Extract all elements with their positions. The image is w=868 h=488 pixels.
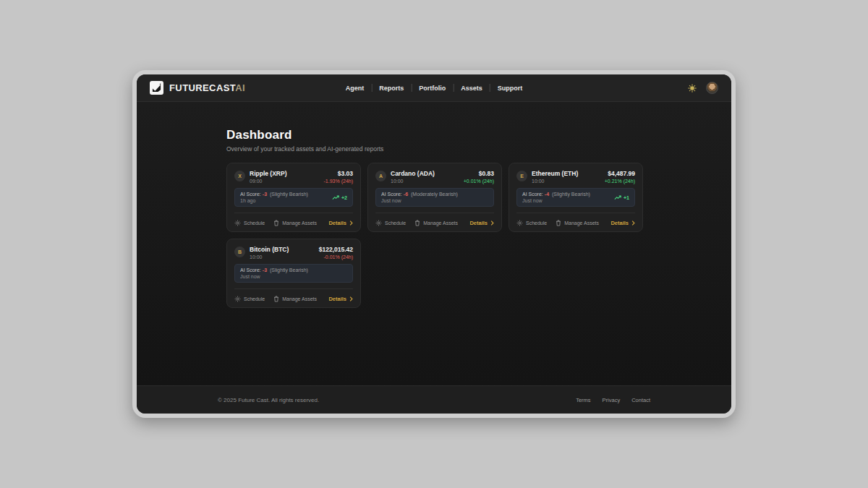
footer-bar: © 2025 Future Cast. All rights reserved.… [137,385,731,414]
card-header: E Ethereum (ETH) 10:00 $4,487.99 +0.21% … [516,170,635,184]
divider [375,213,494,213]
trend-badge: +2 [332,195,347,200]
asset-name: Ethereum (ETH) [532,170,578,177]
details-button[interactable]: Details [469,220,494,226]
asset-change: -1.93% (24h) [324,179,353,184]
ai-score-label: AI Score: [522,192,543,197]
nav-item-assets[interactable]: Assets [454,85,490,92]
gear-icon [234,296,241,302]
asset-name: Cardano (ADA) [391,170,435,177]
ai-sentiment: (Moderately Bearish) [411,192,458,197]
ai-sentiment: (Slightly Bearish) [270,267,308,273]
trending-up-icon [614,195,621,200]
main-nav: Agent Reports Portfolio Assets Support [339,74,530,101]
divider [516,213,635,213]
gear-icon [375,220,382,226]
details-button[interactable]: Details [328,220,353,226]
card-header: X Ripple (XRP) 09:00 $3.03 -1.93% (24h) [234,170,353,184]
nav-item-reports[interactable]: Reports [372,85,411,92]
asset-price: $122,015.42 [319,246,353,253]
ai-updated: Just now [522,198,590,203]
asset-price: $3.03 [324,170,353,177]
manage-assets-button[interactable]: Manage Assets [414,220,458,226]
ai-sentiment: (Slightly Bearish) [270,192,308,197]
divider [234,288,353,289]
brand[interactable]: FUTURECASTAI [150,81,245,95]
card-header: B Bitcoin (BTC) 10:00 $122,015.42 -0.01%… [234,246,353,260]
asset-cards-grid: X Ripple (XRP) 09:00 $3.03 -1.93% (24h) [226,163,642,308]
asset-time: 10:00 [532,179,578,184]
user-avatar[interactable] [706,82,718,94]
chevron-right-icon [349,296,353,301]
main-content: Dashboard Overview of your tracked asset… [137,102,731,385]
trash-icon [556,220,561,226]
asset-price: $0.83 [464,170,494,177]
ai-score-label: AI Score: [240,192,261,197]
ai-score-value: -6 [404,192,408,197]
page-title: Dashboard [226,128,731,142]
gear-icon [234,220,241,226]
asset-time: 10:00 [250,254,289,260]
chevron-right-icon [490,221,494,226]
ai-score-box: AI Score:-6 (Moderately Bearish) Just no… [375,188,494,207]
card-actions: Schedule Manage Assets Details [375,220,494,226]
ai-score-box: AI Score:-3 (Slightly Bearish) 1h ago +2 [234,188,353,207]
schedule-button[interactable]: Schedule [375,220,406,226]
trash-icon [414,220,420,226]
page-subtitle: Overview of your tracked assets and AI-g… [226,145,731,153]
divider [234,213,353,213]
schedule-button[interactable]: Schedule [234,220,265,226]
ai-score-box: AI Score:-3 (Slightly Bearish) Just now [234,264,353,283]
ai-updated: 1h ago [240,198,308,203]
ai-score-value: -3 [263,267,267,273]
footer-link-privacy[interactable]: Privacy [603,397,621,403]
ai-score-label: AI Score: [240,267,261,273]
ai-sentiment: (Slightly Bearish) [552,192,590,197]
ai-updated: Just now [240,274,308,279]
asset-change: +0.01% (24h) [464,179,494,184]
details-button[interactable]: Details [328,296,353,302]
asset-time: 09:00 [250,179,286,184]
copyright-text: © 2025 Future Cast. All rights reserved. [218,397,319,403]
manage-assets-button[interactable]: Manage Assets [273,296,317,302]
footer-links: Terms Privacy Contact [576,397,650,403]
gear-icon [516,220,523,226]
card-header: A Cardano (ADA) 10:00 $0.83 +0.01% (24h) [375,170,494,184]
chevron-right-icon [349,221,353,226]
asset-name: Ripple (XRP) [250,170,286,177]
trash-icon [273,296,279,302]
details-button[interactable]: Details [610,220,635,226]
card-actions: Schedule Manage Assets Details [234,220,353,226]
asset-price: $4,487.99 [605,170,635,177]
brand-logo-icon [150,81,163,95]
trending-up-icon [332,195,339,200]
trend-badge: +1 [614,195,629,200]
footer-link-terms[interactable]: Terms [576,397,590,403]
sun-icon[interactable] [687,83,697,93]
asset-card-cardano: A Cardano (ADA) 10:00 $0.83 +0.01% (24h) [367,163,502,232]
asset-card-bitcoin: B Bitcoin (BTC) 10:00 $122,015.42 -0.01%… [226,239,361,308]
ai-score-value: -3 [263,192,267,197]
schedule-button[interactable]: Schedule [234,296,265,302]
nav-item-portfolio[interactable]: Portfolio [412,85,453,92]
asset-initial-badge: E [516,171,527,181]
ai-score-value: -4 [545,192,549,197]
brand-name: FUTURECASTAI [169,82,245,93]
asset-initial-badge: A [375,171,386,181]
asset-change: +0.21% (24h) [605,179,635,184]
nav-item-agent[interactable]: Agent [339,85,372,92]
trash-icon [273,220,279,226]
app-window: FUTURECASTAI Agent Reports Portfolio Ass… [132,70,736,418]
card-actions: Schedule Manage Assets Details [516,220,635,226]
asset-time: 10:00 [391,179,435,184]
manage-assets-button[interactable]: Manage Assets [273,220,317,226]
schedule-button[interactable]: Schedule [516,220,547,226]
card-actions: Schedule Manage Assets Details [234,296,353,302]
ai-score-box: AI Score:-4 (Slightly Bearish) Just now … [516,188,635,207]
topbar-actions [687,82,718,94]
nav-item-support[interactable]: Support [490,85,530,92]
app-root: FUTURECASTAI Agent Reports Portfolio Ass… [137,74,731,414]
manage-assets-button[interactable]: Manage Assets [556,220,599,226]
footer-link-contact[interactable]: Contact [631,397,650,403]
ai-score-label: AI Score: [381,192,402,197]
